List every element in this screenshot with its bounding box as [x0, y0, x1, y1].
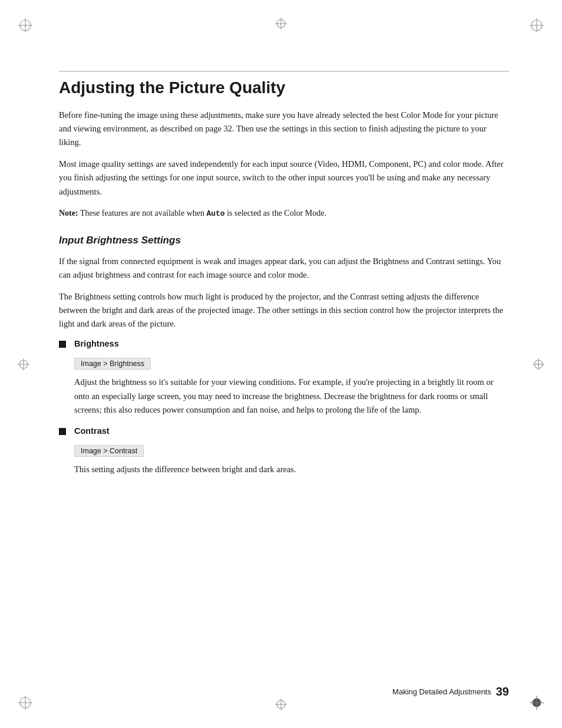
page: Adjusting the Picture Quality Before fin… [0, 0, 562, 728]
mid-mark-right [531, 357, 546, 371]
contrast-menu-path: Image > Contrast [74, 445, 144, 457]
footer-text: Making Detailed Adjustments [392, 687, 491, 696]
mid-mark-left [16, 357, 31, 371]
section-heading: Input Brightness Settings [59, 235, 509, 246]
bullet-contrast-content: Contrast [74, 426, 110, 439]
corner-mark-tr [528, 17, 546, 34]
bullet-brightness-content: Brightness [74, 339, 119, 352]
corner-mark-br [528, 694, 546, 711]
section-intro-1: If the signal from connected equipment i… [59, 255, 509, 282]
page-number: 39 [496, 685, 509, 699]
corner-mark-bl [16, 694, 34, 711]
bullet-brightness: Brightness [59, 339, 509, 352]
bullet-contrast: Contrast [59, 426, 509, 439]
top-center-mark [274, 17, 288, 31]
section-intro-2: The Brightness setting controls how much… [59, 290, 509, 331]
page-footer: Making Detailed Adjustments 39 [392, 685, 509, 699]
intro-paragraph-1: Before fine-tuning the image using these… [59, 108, 509, 150]
bullet-square-brightness [59, 341, 66, 348]
contrast-body: This setting adjusts the difference betw… [74, 463, 509, 476]
brightness-body: Adjust the brightness so it's suitable f… [74, 375, 509, 417]
note-paragraph: Note: These features are not available w… [59, 207, 509, 220]
page-title: Adjusting the Picture Quality [59, 71, 509, 98]
note-label: Note: [59, 209, 78, 218]
corner-mark-tl [16, 17, 34, 34]
brightness-label: Brightness [74, 339, 119, 348]
bottom-center-mark [274, 697, 288, 711]
bullet-square-contrast [59, 428, 66, 435]
note-text-1: These features are not available when [80, 209, 204, 218]
brightness-menu-path: Image > Brightness [74, 358, 151, 370]
contrast-label: Contrast [74, 426, 110, 436]
main-content: Adjusting the Picture Quality Before fin… [59, 71, 509, 476]
note-auto-word: Auto [206, 209, 224, 218]
intro-paragraph-2: Most image quality settings are saved in… [59, 157, 509, 199]
note-text-2: is selected as the Color Mode. [227, 209, 326, 218]
